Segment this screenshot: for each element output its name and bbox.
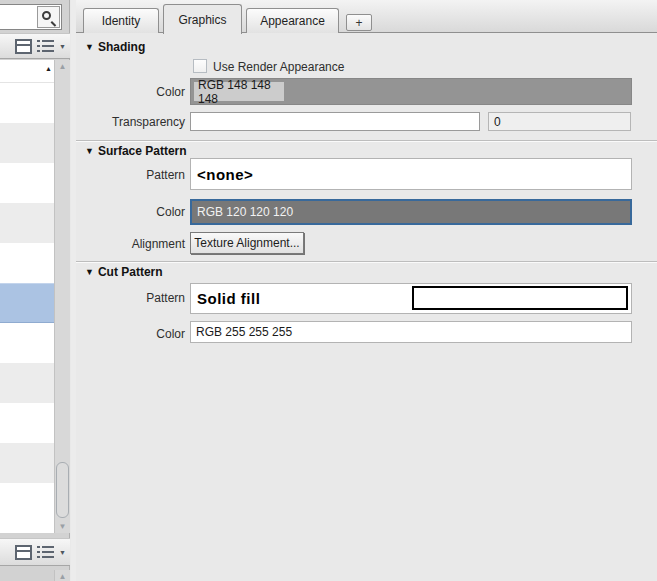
list-item[interactable] [0,403,54,443]
tab-identity[interactable]: Identity [83,8,159,33]
section-header-shading[interactable]: ▼Shading [85,40,145,54]
surface-color-swatch[interactable]: RGB 120 120 120 [190,199,632,225]
scrollbar-thumb[interactable] [56,462,69,518]
tab-bar: Identity Graphics Appearance + [76,0,657,33]
list-item[interactable] [0,483,54,523]
material-editor-window: { "glyphs": { "collapse": "▼", "sort_asc… [0,0,657,581]
material-browser-sidebar: ▼ ▲ ▲ ▼ ▼ ▲ [0,0,70,581]
list-item[interactable] [0,323,54,363]
material-properties-panel: Identity Graphics Appearance + ▼Shading … [76,0,657,581]
transparency-value-input[interactable]: 0 [488,112,631,131]
chevron-down-icon[interactable]: ▼ [59,43,66,50]
list-item[interactable] [0,443,54,483]
list-item[interactable] [0,83,54,123]
section-divider [76,140,657,142]
list-item[interactable] [0,243,54,283]
shading-color-label: Color [76,85,185,99]
surface-color-value: RGB 120 120 120 [197,205,293,219]
search-button[interactable] [37,6,60,28]
surface-pattern-value: <none> [197,166,253,183]
tab-appearance[interactable]: Appearance [246,8,339,33]
list-item[interactable] [0,363,54,403]
search-input[interactable] [0,4,62,30]
alignment-label: Alignment [76,237,185,251]
chevron-down-icon[interactable]: ▼ [59,549,66,556]
list-view-toolbar-top: ▼ [0,33,70,59]
shading-color-swatch[interactable]: RGB 148 148 148 [190,78,632,105]
shading-color-value[interactable]: RGB 148 148 148 [193,81,285,102]
add-tab-button[interactable]: + [346,14,372,31]
tab-graphics[interactable]: Graphics [163,4,242,34]
scroll-down-icon[interactable]: ▼ [55,520,70,533]
list-item[interactable] [0,163,54,203]
surface-pattern-field[interactable]: <none> [190,158,632,190]
panel-view-icon[interactable] [15,545,32,560]
list-item[interactable] [0,123,54,163]
cut-pattern-label: Pattern [76,291,185,305]
list-scrollbar[interactable]: ▲ ▼ [54,60,70,533]
transparency-label: Transparency [76,115,185,129]
list-rows [0,83,54,523]
texture-alignment-button[interactable]: Texture Alignment... [190,232,304,254]
use-render-appearance-checkbox[interactable] [193,59,207,73]
collapse-icon: ▼ [85,267,94,277]
list-view-icon[interactable] [37,39,54,54]
scroll-up-icon[interactable]: ▲ [55,60,70,73]
list-view-toolbar-bottom: ▼ [0,538,70,566]
material-list[interactable]: ▲ [0,60,54,533]
list-item[interactable] [0,203,54,243]
search-icon [42,11,51,20]
sort-ascending-icon: ▲ [45,65,52,72]
surface-color-label: Color [76,205,185,219]
panel-view-icon[interactable] [15,39,32,54]
surface-pattern-label: Pattern [76,168,185,182]
use-render-appearance-label: Use Render Appearance [213,60,344,74]
transparency-slider[interactable] [190,112,480,131]
cut-color-label: Color [76,327,185,341]
cut-pattern-value: Solid fill [197,290,260,307]
collapse-icon: ▼ [85,42,94,52]
list-sort-header[interactable]: ▲ [0,60,54,83]
list-view-icon[interactable] [37,545,54,560]
cut-color-field[interactable]: RGB 255 255 255 [190,321,632,343]
section-divider [76,261,657,263]
collapse-icon: ▼ [85,146,94,156]
cut-pattern-preview [412,286,628,310]
library-scrollbar[interactable]: ▲ [54,570,70,581]
scroll-up-icon[interactable]: ▲ [59,572,67,581]
list-item[interactable] [0,283,54,323]
section-header-surface-pattern[interactable]: ▼Surface Pattern [85,144,187,158]
section-header-cut-pattern[interactable]: ▼Cut Pattern [85,265,163,279]
